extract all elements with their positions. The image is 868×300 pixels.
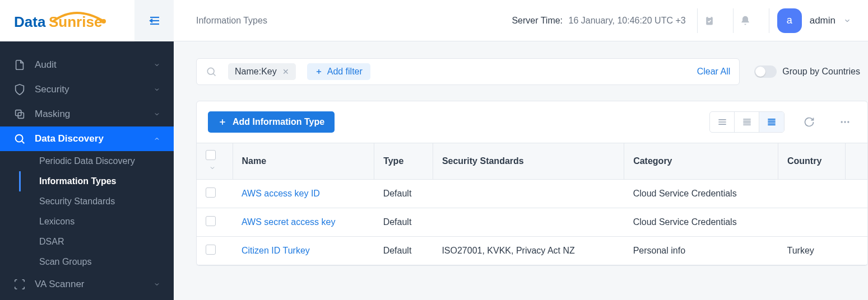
svg-point-29 — [841, 121, 843, 123]
username: admin — [810, 15, 835, 26]
row-name-link[interactable]: Citizen ID Turkey — [242, 246, 310, 255]
page-title: Information Types — [196, 16, 267, 26]
subnav-scan-groups[interactable]: Scan Groups — [39, 252, 174, 272]
row-name-link[interactable]: AWS secret access key — [242, 217, 335, 227]
sidebar: Data Sunrise Audit Security — [0, 0, 174, 300]
notifications-button[interactable] — [733, 8, 758, 33]
add-filter-label: Add filter — [327, 67, 363, 77]
row-country — [778, 208, 845, 237]
card-toolbar: Add Information Type — [197, 101, 867, 143]
row-standards — [433, 180, 624, 208]
svg-point-8 — [16, 135, 23, 142]
group-toggle-label: Group by Countries — [782, 67, 860, 77]
sidebar-subnav: Periodic Data Discovery Information Type… — [0, 151, 174, 272]
sidebar-item-data-discovery[interactable]: Data Discovery — [0, 126, 174, 151]
group-by-countries-toggle[interactable]: Group by Countries — [754, 65, 860, 78]
sidebar-item-audit[interactable]: Audit — [0, 53, 174, 77]
server-time-label: Server Time: — [512, 16, 563, 25]
view-list-button[interactable] — [710, 112, 735, 132]
svg-point-30 — [844, 121, 846, 123]
chevron-down-icon[interactable] — [209, 165, 216, 171]
sidebar-item-label: Data Discovery — [35, 133, 104, 144]
sidebar-item-masking[interactable]: Masking — [0, 102, 174, 126]
svg-line-13 — [213, 74, 216, 76]
row-type: Default — [374, 208, 433, 237]
search-icon — [206, 66, 217, 77]
scan-icon — [13, 278, 26, 290]
row-category: Cloud Service Credentials — [624, 208, 778, 237]
sidebar-item-label: Audit — [35, 59, 57, 71]
collapse-icon — [147, 14, 161, 27]
copy-icon — [13, 108, 26, 120]
chevron-down-icon — [154, 62, 160, 68]
bell-icon — [740, 15, 751, 26]
filter-row: Name:Key ✕ Add filter Clear All Group by… — [196, 58, 860, 85]
subnav-security-standards[interactable]: Security Standards — [39, 191, 174, 212]
svg-line-9 — [22, 141, 24, 143]
row-name-link[interactable]: AWS access key ID — [242, 189, 320, 198]
sidebar-item-label: Security — [35, 84, 69, 95]
view-dense-button[interactable] — [759, 112, 784, 132]
sidebar-item-security[interactable]: Security — [0, 77, 174, 102]
chevron-down-icon — [154, 111, 160, 118]
chevron-down-icon — [843, 17, 851, 25]
row-checkbox[interactable] — [206, 216, 216, 226]
row-country — [778, 180, 845, 208]
sidebar-nav: Audit Security Masking Data Discovery Pe… — [0, 41, 174, 300]
svg-point-12 — [207, 68, 214, 74]
svg-rect-10 — [706, 17, 713, 25]
column-type[interactable]: Type — [374, 143, 433, 180]
filter-chip-name[interactable]: Name:Key ✕ — [228, 63, 296, 80]
dots-icon — [839, 116, 851, 128]
column-country[interactable]: Country — [778, 143, 845, 180]
row-checkbox[interactable] — [206, 187, 216, 198]
column-category[interactable]: Category — [624, 143, 778, 180]
svg-rect-11 — [708, 16, 711, 17]
rows-icon — [741, 116, 753, 128]
view-compact-button[interactable] — [735, 112, 759, 132]
file-icon — [13, 59, 26, 71]
column-actions — [845, 143, 867, 180]
information-types-table: Name Type Security Standards Category Co… — [197, 143, 867, 265]
column-select — [197, 143, 233, 180]
filter-bar: Name:Key ✕ Add filter Clear All — [196, 58, 740, 85]
tasks-button[interactable] — [697, 8, 722, 33]
subnav-periodic-data-discovery[interactable]: Periodic Data Discovery — [39, 151, 174, 171]
row-category: Personal info — [624, 237, 778, 265]
user-menu[interactable]: a admin — [769, 8, 851, 33]
row-type: Default — [374, 237, 433, 265]
sidebar-item-va-scanner[interactable]: VA Scanner — [0, 272, 174, 297]
filter-chip-remove[interactable]: ✕ — [282, 67, 289, 76]
table-row: AWS secret access key Default Cloud Serv… — [197, 208, 867, 237]
list-icon — [717, 116, 728, 128]
server-time: Server Time: 16 January, 10:46:20 UTC +3 — [512, 16, 685, 26]
select-all-checkbox[interactable] — [206, 150, 216, 160]
add-button-label: Add Information Type — [233, 117, 324, 127]
server-time-value: 16 January, 10:46:20 UTC +3 — [569, 16, 686, 25]
column-security-standards[interactable]: Security Standards — [433, 143, 624, 180]
subnav-information-types[interactable]: Information Types — [39, 171, 174, 191]
table-row: Citizen ID Turkey Default ISO27001, KVKK… — [197, 237, 867, 265]
sidebar-collapse-button[interactable] — [134, 0, 174, 41]
brand-logo[interactable]: Data Sunrise — [0, 0, 134, 41]
chevron-down-icon — [154, 281, 160, 288]
add-information-type-button[interactable]: Add Information Type — [208, 111, 335, 133]
column-name[interactable]: Name — [233, 143, 374, 180]
more-actions-button[interactable] — [834, 112, 856, 132]
row-standards: ISO27001, KVKK, Privacy Act NZ — [433, 237, 624, 265]
filter-chip-label: Name:Key — [235, 67, 277, 77]
add-filter-button[interactable]: Add filter — [307, 63, 370, 80]
row-checkbox[interactable] — [206, 245, 216, 255]
clear-all-button[interactable]: Clear All — [697, 67, 731, 77]
row-category: Cloud Service Credentials — [624, 180, 778, 208]
row-standards — [433, 208, 624, 237]
subnav-lexicons[interactable]: Lexicons — [39, 212, 174, 232]
shield-icon — [13, 83, 26, 96]
chevron-up-icon — [154, 135, 160, 142]
sidebar-item-hidden — [0, 44, 174, 53]
svg-point-31 — [847, 121, 849, 123]
subnav-dsar[interactable]: DSAR — [39, 232, 174, 252]
refresh-button[interactable] — [798, 112, 820, 132]
topbar: Information Types Server Time: 16 Januar… — [174, 0, 868, 41]
toggle-switch[interactable] — [754, 65, 777, 78]
